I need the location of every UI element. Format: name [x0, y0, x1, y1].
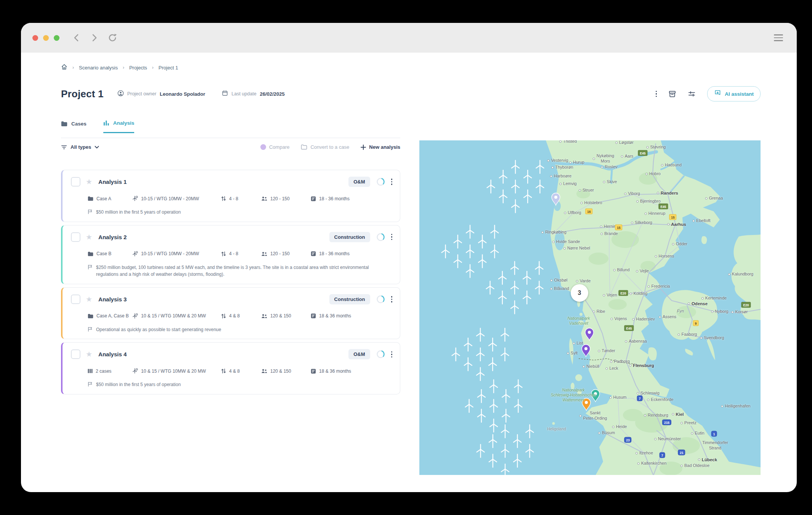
menu-icon[interactable] [774, 34, 783, 41]
compare-button[interactable]: Compare [260, 144, 289, 150]
last-update-label: Last update [231, 91, 256, 97]
map-label: Ringkøbing [541, 230, 566, 235]
tab-cases-label: Cases [71, 121, 87, 127]
map-label: Sankt Peter-Ording [579, 410, 607, 421]
road-badge: 15 [669, 214, 676, 220]
progress-ring [376, 177, 385, 186]
map-label: Faaborg [678, 332, 697, 337]
map-label: Kaltenkirchen [637, 461, 667, 466]
map-label: Billund [613, 267, 629, 273]
analysis-type-badge: O&M [348, 177, 370, 187]
breadcrumb-project-1[interactable]: Project 1 [159, 65, 178, 71]
map-panel[interactable]: ThistedLøgstørStøvringAarsNykøbing MorsV… [419, 140, 761, 475]
ai-assistant-button[interactable]: AI assistant [707, 86, 761, 101]
analysis-title: Analysis 3 [98, 296, 127, 303]
map-label: Kalundborg [728, 272, 753, 277]
favorite-star-icon[interactable]: ★ [86, 351, 92, 358]
bar-chart-icon [103, 120, 109, 126]
favorite-star-icon[interactable]: ★ [86, 296, 92, 303]
map-label: Fyn [677, 309, 684, 314]
analysis-checkbox[interactable] [71, 349, 80, 359]
map-label: Vejen [603, 293, 617, 298]
road-badge: 9 [693, 320, 699, 326]
forward-icon[interactable] [90, 34, 98, 42]
analysis-stat: 10-15 / WTG 10MW - 20MW [132, 196, 221, 201]
road-badge: E20 [618, 290, 628, 296]
analysis-stat: 4 & 8 [221, 368, 261, 374]
map-label: Oksbøl [550, 278, 568, 283]
convert-to-case-label: Convert to a case [310, 144, 349, 150]
analysis-kebab-menu[interactable] [391, 179, 393, 185]
project-kebab-menu[interactable] [656, 91, 657, 97]
back-icon[interactable] [72, 34, 81, 42]
tab-cases[interactable]: Cases [61, 120, 87, 133]
map-label: Rendsburg [644, 413, 668, 418]
progress-ring [376, 350, 385, 359]
analysis-kebab-menu[interactable] [391, 296, 393, 303]
duration-icon [311, 196, 316, 201]
calendar-icon [222, 90, 228, 98]
new-analysis-button[interactable]: New analysis [361, 144, 400, 150]
map-label: Svendborg [700, 335, 724, 341]
home-icon[interactable] [61, 64, 67, 71]
type-filter-dropdown[interactable]: All types [61, 144, 99, 150]
analysis-card[interactable]: ★Analysis 2ConstructionCase B10-15 / WTG… [61, 225, 400, 284]
analysis-stat: 4 - 8 [221, 251, 261, 257]
tab-analysis[interactable]: Analysis [103, 120, 135, 133]
map-label: Odder [672, 241, 688, 247]
map-label: Ribe [593, 309, 605, 314]
map-label: Kiel [672, 412, 684, 417]
map-label: Nørre Nebel [563, 246, 590, 251]
analysis-card[interactable]: ★Analysis 3ConstructionCase A, Case B10 … [61, 287, 400, 340]
analysis-checkbox[interactable] [71, 177, 80, 187]
map-label: Brande [600, 231, 618, 237]
analysis-stat: 120 & 150 [261, 313, 311, 319]
analysis-kebab-menu[interactable] [391, 351, 393, 358]
analysis-checkbox[interactable] [71, 295, 80, 304]
map-label: Ebeltoft [692, 218, 710, 224]
chevron-down-icon [95, 146, 99, 149]
breadcrumb-separator: › [123, 65, 124, 70]
favorite-star-icon[interactable]: ★ [86, 233, 92, 241]
map-cluster-count-marker[interactable]: 3 [571, 284, 588, 302]
road-badge: E45 [658, 204, 668, 209]
archive-icon[interactable] [668, 90, 676, 98]
close-window-button[interactable] [32, 35, 38, 41]
analysis-title: Analysis 2 [98, 234, 127, 240]
flag-icon [88, 381, 93, 387]
breadcrumb-projects[interactable]: Projects [129, 65, 147, 71]
map-label: Flensburg [629, 363, 654, 368]
progress-ring [376, 233, 385, 241]
road-badge: 16 [585, 209, 592, 214]
maximize-window-button[interactable] [54, 35, 59, 41]
map-label: Lemvig [559, 181, 576, 187]
analysis-card[interactable]: ★Analysis 4O&M2 cases10 & 15 / WTG 10MW … [61, 342, 400, 394]
map-label: Silkeborg [631, 220, 652, 225]
last-update-value: 26/02/2025 [260, 91, 285, 97]
settings-sliders-icon[interactable] [688, 90, 696, 98]
reload-icon[interactable] [108, 33, 117, 43]
minimize-window-button[interactable] [43, 35, 49, 41]
breadcrumb-scenario-analysis[interactable]: Scenario analysis [79, 65, 118, 71]
map-label: Husum [610, 395, 627, 400]
map-label: Hvide Sande [552, 239, 580, 245]
analysis-stat: 10 & 15 / WTG 10MW & 20 MW [132, 368, 221, 374]
flag-icon [88, 209, 93, 214]
analysis-stat: 120 - 150 [261, 196, 311, 201]
analysis-card[interactable]: ★Analysis 1O&MCase A10-15 / WTG 10MW - 2… [61, 170, 400, 222]
analysis-note: $250 million budget, 100 turbines rated … [88, 264, 392, 278]
analysis-title: Analysis 4 [98, 351, 127, 357]
folder-icon [61, 121, 67, 127]
road-badge: E20 [741, 302, 751, 308]
range-arrows-icon [221, 313, 226, 319]
map-label: Kolding [630, 291, 648, 296]
wind-turbine-icon [132, 196, 138, 201]
analysis-checkbox[interactable] [71, 232, 80, 242]
map-label: Nykøbing Mors [593, 153, 614, 164]
map-label: Nationalpark Schleswig-Holsteinisches Wa… [551, 388, 596, 402]
map-label: Heide [612, 424, 627, 430]
screen: { "chrome": {"traffic_lights": ["#ee6a5f… [0, 0, 812, 515]
analysis-kebab-menu[interactable] [391, 234, 393, 240]
favorite-star-icon[interactable]: ★ [86, 178, 92, 185]
convert-to-case-button[interactable]: Convert to a case [301, 144, 349, 150]
